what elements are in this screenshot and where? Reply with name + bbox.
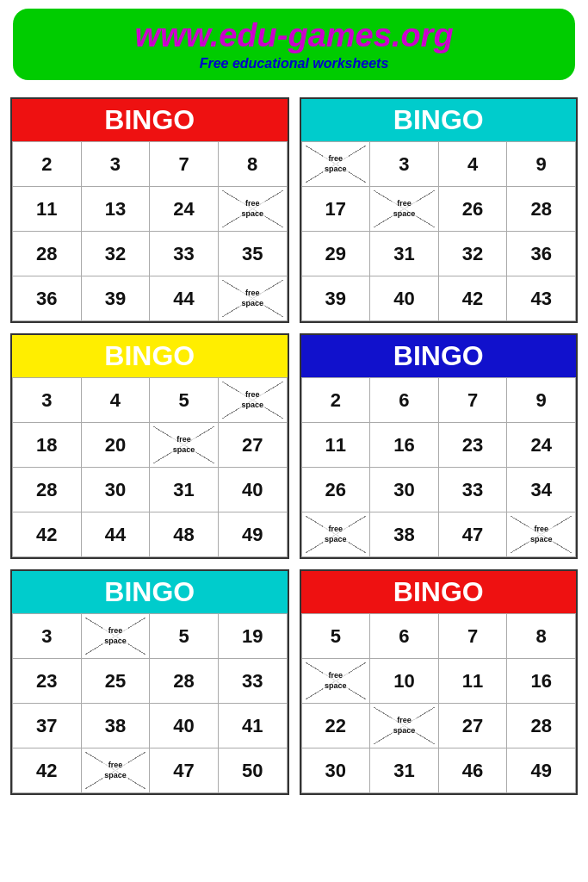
bingo-card-card3: BINGO345free space1820free space27283031… xyxy=(10,333,289,559)
bingo-cell-card3-12: 42 xyxy=(13,512,82,557)
site-subtitle: Free educational worksheets xyxy=(30,56,558,71)
bingo-cell-card5-2: 5 xyxy=(150,614,219,659)
bingo-cell-card6-1: 6 xyxy=(370,614,439,659)
bingo-cell-card4-5: 16 xyxy=(370,423,439,468)
bingo-cell-card1-15: free space xyxy=(219,276,288,321)
bingo-header-card6: BINGO xyxy=(301,571,577,613)
bingo-header-card5: BINGO xyxy=(12,571,288,613)
bingo-cell-card1-14: 44 xyxy=(150,276,219,321)
bingo-cell-card2-2: 4 xyxy=(439,142,508,187)
free-space-wrapper: free space xyxy=(302,142,370,186)
bingo-cell-card5-7: 33 xyxy=(219,659,288,704)
bingo-cell-card4-13: 38 xyxy=(370,512,439,557)
free-space-wrapper: free space xyxy=(82,748,150,792)
bingo-cell-card3-7: 27 xyxy=(219,423,288,468)
bingo-cell-card6-6: 11 xyxy=(439,659,508,704)
bingo-cell-card1-5: 13 xyxy=(82,187,151,232)
bingo-card-card1: BINGO2378111324free space28323335363944f… xyxy=(10,97,289,323)
bingo-cell-card5-15: 50 xyxy=(219,748,288,793)
bingo-cell-card5-13: free space xyxy=(82,748,151,793)
free-space-text: free space xyxy=(239,389,265,411)
bingo-header-card1: BINGO xyxy=(12,99,288,141)
bingo-cell-card6-10: 27 xyxy=(439,704,508,748)
free-space-text: free space xyxy=(239,288,265,309)
bingo-cell-card2-13: 40 xyxy=(370,276,439,321)
bingo-cell-card1-10: 33 xyxy=(150,232,219,276)
bingo-card-card6: BINGO5678free space10111622free space272… xyxy=(300,569,579,795)
free-space-wrapper: free space xyxy=(302,659,370,703)
bingo-cell-card1-11: 35 xyxy=(219,232,288,276)
bingo-cell-card1-4: 11 xyxy=(13,187,82,232)
bingo-cell-card5-10: 40 xyxy=(150,704,219,748)
free-space-wrapper: free space xyxy=(302,512,370,556)
bingo-cell-card3-1: 4 xyxy=(82,378,151,423)
bingo-cell-card1-6: 24 xyxy=(150,187,219,232)
free-space-text: free space xyxy=(529,524,554,545)
bingo-cell-card3-4: 18 xyxy=(13,423,82,468)
bingo-cell-card2-15: 43 xyxy=(507,276,576,321)
bingo-cell-card6-7: 16 xyxy=(507,659,576,704)
bingo-cell-card5-1: free space xyxy=(82,614,151,659)
bingo-cell-card4-0: 2 xyxy=(302,378,371,423)
bingo-cell-card2-3: 9 xyxy=(507,142,576,187)
bingo-cell-card5-9: 38 xyxy=(82,704,151,748)
bingo-card-card2: BINGOfree space34917free space2628293132… xyxy=(300,97,579,323)
bingo-grid-card6: 5678free space10111622free space27283031… xyxy=(301,613,577,793)
bingo-cell-card5-14: 47 xyxy=(150,748,219,793)
bingo-cell-card2-11: 36 xyxy=(507,232,576,276)
bingo-card-card5: BINGO3free space519232528333738404142fre… xyxy=(10,569,289,795)
site-title: www.edu-games.org xyxy=(30,17,558,54)
free-space-text: free space xyxy=(392,198,418,220)
bingo-cell-card6-8: 22 xyxy=(302,704,371,748)
bingo-grid-card3: 345free space1820free space2728303140424… xyxy=(12,377,288,557)
bingo-cell-card3-10: 31 xyxy=(150,468,219,512)
bingo-cell-card2-12: 39 xyxy=(302,276,371,321)
bingo-cell-card5-4: 23 xyxy=(13,659,82,704)
bingo-cell-card1-8: 28 xyxy=(13,232,82,276)
bingo-cell-card1-0: 2 xyxy=(13,142,82,187)
bingo-cell-card4-9: 30 xyxy=(370,468,439,512)
bingo-cell-card6-13: 31 xyxy=(370,748,439,793)
bingo-grid-card4: 26791116232426303334free space3847free s… xyxy=(301,377,577,557)
free-space-text: free space xyxy=(171,434,197,456)
free-space-wrapper: free space xyxy=(370,704,438,748)
bingo-card-card4: BINGO26791116232426303334free space3847f… xyxy=(300,333,579,559)
bingo-cell-card4-15: free space xyxy=(507,512,576,557)
bingo-cell-card4-8: 26 xyxy=(302,468,371,512)
bingo-cell-card5-12: 42 xyxy=(13,748,82,793)
free-space-text: free space xyxy=(102,760,128,781)
bingo-cell-card1-9: 32 xyxy=(82,232,151,276)
bingo-cell-card5-5: 25 xyxy=(82,659,151,704)
bingo-cell-card5-0: 3 xyxy=(13,614,82,659)
bingo-cell-card3-15: 49 xyxy=(219,512,288,557)
free-space-text: free space xyxy=(323,153,349,175)
bingo-cell-card2-7: 28 xyxy=(507,187,576,232)
bingo-cell-card6-9: free space xyxy=(370,704,439,748)
bingo-cell-card6-14: 46 xyxy=(439,748,508,793)
bingo-cell-card6-0: 5 xyxy=(302,614,371,659)
bingo-cell-card5-3: 19 xyxy=(219,614,288,659)
bingo-cell-card4-6: 23 xyxy=(439,423,508,468)
bingo-cell-card4-11: 34 xyxy=(507,468,576,512)
bingo-cell-card1-12: 36 xyxy=(13,276,82,321)
bingo-cell-card4-12: free space xyxy=(302,512,371,557)
bingo-cell-card5-11: 41 xyxy=(219,704,288,748)
bingo-cell-card6-2: 7 xyxy=(439,614,508,659)
bingo-cell-card1-13: 39 xyxy=(82,276,151,321)
bingo-cell-card3-2: 5 xyxy=(150,378,219,423)
free-space-wrapper: free space xyxy=(370,187,438,231)
free-space-text: free space xyxy=(102,625,128,647)
bingo-cell-card1-7: free space xyxy=(219,187,288,232)
bingo-cell-card3-5: 20 xyxy=(82,423,151,468)
free-space-text: free space xyxy=(239,198,265,220)
free-space-wrapper: free space xyxy=(82,614,150,658)
bingo-cell-card2-10: 32 xyxy=(439,232,508,276)
bingo-cell-card3-14: 48 xyxy=(150,512,219,557)
bingo-cell-card3-9: 30 xyxy=(82,468,151,512)
bingo-cell-card3-3: free space xyxy=(219,378,288,423)
bingo-header-card3: BINGO xyxy=(12,335,288,377)
bingo-cell-card6-12: 30 xyxy=(302,748,371,793)
bingo-cell-card3-8: 28 xyxy=(13,468,82,512)
cards-container: BINGO2378111324free space28323335363944f… xyxy=(0,89,588,804)
bingo-cell-card5-6: 28 xyxy=(150,659,219,704)
